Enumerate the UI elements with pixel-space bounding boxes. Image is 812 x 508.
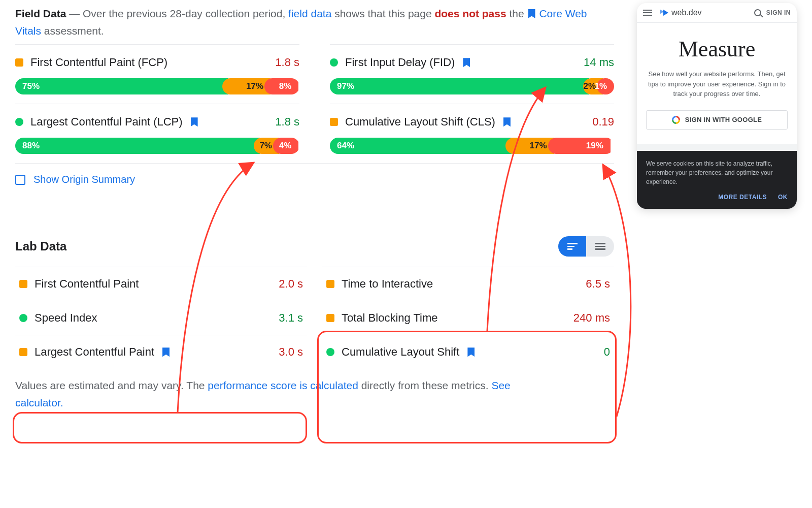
google-logo-icon (672, 116, 680, 124)
view-toggle[interactable] (558, 236, 614, 257)
status-square-icon (15, 58, 23, 67)
status-square-icon (19, 280, 27, 288)
bookmark-icon (503, 117, 511, 126)
lab-tbt: Total Blocking Time 240 ms (322, 301, 614, 335)
cookie-ok-button[interactable]: OK (778, 193, 788, 202)
bookmark-icon (467, 347, 475, 357)
lab-lcp: Largest Contentful Paint 3.0 s (15, 335, 307, 369)
origin-label: Show Origin Summary (33, 174, 135, 185)
toggle-compact[interactable] (586, 236, 614, 257)
metric-fcp: First Contentful Paint (FCP) 1.8 s 75% 1… (15, 44, 299, 104)
metric-lcp: Largest Contentful Paint (LCP) 1.8 s 88%… (15, 104, 299, 163)
google-signin-button[interactable]: SIGN IN WITH GOOGLE (646, 110, 788, 130)
bookmark-icon (162, 347, 170, 357)
search-icon[interactable] (754, 9, 761, 16)
status-circle-icon (15, 118, 23, 126)
lab-speed-index: Speed Index 3.1 s (15, 301, 307, 335)
show-origin-summary[interactable]: Show Origin Summary (15, 163, 614, 196)
measure-title: Measure (646, 36, 788, 62)
lab-data-title: Lab Data (15, 239, 66, 253)
metric-value: 1.8 s (275, 115, 299, 129)
metric-name: First Contentful Paint (FCP) (30, 56, 167, 69)
menu-icon[interactable] (643, 10, 652, 16)
status-square-icon (330, 118, 338, 126)
more-details-link[interactable]: MORE DETAILS (718, 193, 767, 202)
assessment-fail: does not pass (434, 8, 506, 19)
metric-name: Cumulative Layout Shift (CLS) (345, 115, 495, 129)
field-data-header: Field Data — Over the previous 28-day co… (15, 5, 614, 39)
metric-name: First Input Delay (FID) (345, 56, 455, 69)
metric-fid: First Input Delay (FID) 14 ms 97% 2% 1% (330, 44, 614, 104)
measure-desc: See how well your website performs. Then… (646, 69, 788, 99)
perf-score-link[interactable]: performance score is calculated (208, 379, 358, 391)
highlight-lcp (13, 412, 307, 443)
status-square-icon (326, 314, 334, 322)
metric-value: 14 ms (584, 56, 614, 69)
metric-value: 1.8 s (275, 56, 299, 69)
metric-name: Largest Contentful Paint (LCP) (30, 115, 183, 129)
bookmark-icon (191, 117, 198, 126)
distribution-bar: 97% 2% 1% (330, 78, 614, 94)
lab-cls: Cumulative Layout Shift 0 (322, 335, 614, 369)
footer-note: Values are estimated and may vary. The p… (15, 377, 548, 411)
status-circle-icon (19, 314, 27, 322)
metric-value: 0.19 (592, 115, 614, 129)
bookmark-icon (463, 58, 470, 67)
distribution-bar: 88% 7% 4% (15, 138, 299, 154)
cookie-banner: We serve cookies on this site to analyze… (637, 151, 797, 209)
field-data-link[interactable]: field data (288, 8, 331, 19)
mobile-preview: web.dev SIGN IN Measure See how well you… (637, 3, 797, 209)
lab-fcp: First Contentful Paint 2.0 s (15, 267, 307, 301)
status-square-icon (326, 280, 334, 288)
field-data-title: Field Data (15, 8, 66, 19)
lab-tti: Time to Interactive 6.5 s (322, 267, 614, 301)
status-circle-icon (326, 348, 334, 356)
metric-cls: Cumulative Layout Shift (CLS) 0.19 64% 1… (330, 104, 614, 163)
distribution-bar: 75% 17% 8% (15, 78, 299, 94)
status-circle-icon (330, 58, 338, 67)
distribution-bar: 64% 17% 19% (330, 138, 614, 154)
bookmark-icon (528, 9, 535, 18)
status-square-icon (19, 348, 27, 356)
checkbox-icon[interactable] (15, 175, 25, 185)
sign-in-link[interactable]: SIGN IN (766, 9, 791, 16)
toggle-detailed[interactable] (558, 236, 586, 257)
webdev-logo[interactable]: web.dev (657, 8, 702, 17)
